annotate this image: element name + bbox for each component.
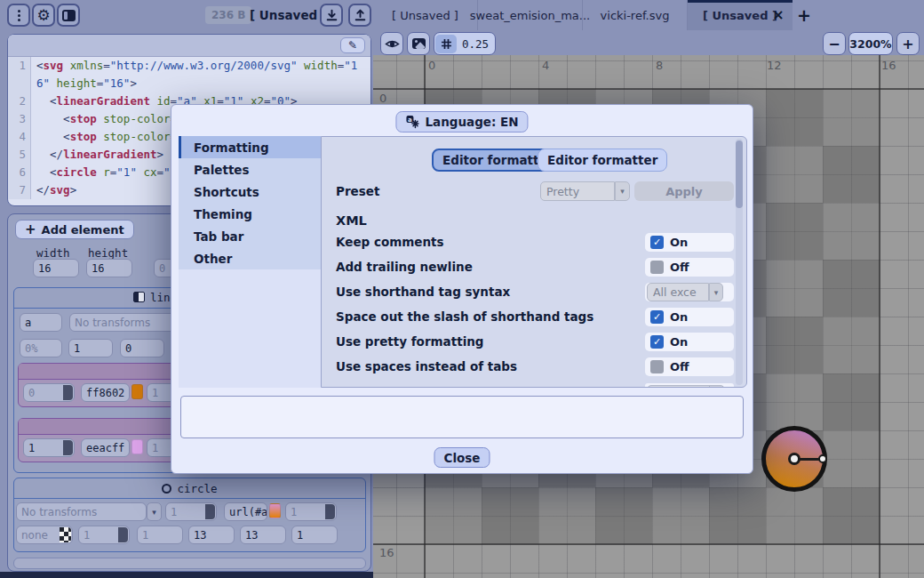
new-tab-button[interactable]: +	[793, 0, 816, 30]
settings-button[interactable]: ⚙	[32, 4, 55, 27]
chevron-down-icon[interactable]: ▾	[147, 502, 162, 521]
ruler-label-h12: 12	[767, 59, 782, 72]
tab-3[interactable]: [ Unsaved ]×	[688, 0, 793, 30]
tab-close-button[interactable]: ×	[770, 6, 786, 22]
stroke-none-swatch[interactable]	[60, 527, 71, 542]
toggle-state-label: On	[670, 236, 688, 249]
circle-cx-input[interactable]: 13	[188, 526, 235, 544]
line-number: 4	[8, 128, 31, 146]
file-status-label: [ Unsaved ]	[250, 8, 327, 22]
setting-label: Keep comments	[336, 233, 444, 252]
gradient-id-input[interactable]: a	[20, 313, 62, 332]
xml-section-heading: XML	[336, 212, 367, 230]
dialog-scrollbar-thumb[interactable]	[736, 140, 743, 208]
circle-dash-input[interactable]: 1	[137, 526, 183, 544]
grid-size-input[interactable]: 0.25	[457, 37, 489, 51]
chevron-down-icon[interactable]: ▾	[615, 181, 630, 201]
upload-button[interactable]	[348, 4, 371, 27]
ruler-label-h8: 8	[656, 59, 663, 72]
circle-center-handle[interactable]	[788, 453, 801, 465]
circle-radius-handle[interactable]	[818, 454, 827, 463]
language-button[interactable]: a Language: EN	[395, 111, 528, 132]
toggle-off[interactable]: Off	[645, 258, 734, 277]
sidebar-item-other[interactable]: Other	[179, 247, 321, 269]
toggle-state-label: On	[670, 310, 688, 324]
stop2-color-input[interactable]: eeacff	[81, 438, 130, 457]
height-input[interactable]: 16	[86, 259, 132, 277]
gradient-offset-input[interactable]: 0%	[20, 339, 62, 357]
circle-header[interactable]: circle	[14, 478, 365, 499]
checkbox-icon[interactable]: ✓	[650, 236, 664, 249]
alpha-tab[interactable]	[63, 385, 73, 400]
download-button[interactable]	[320, 4, 343, 27]
stop2-offset-input[interactable]: 1	[23, 438, 75, 457]
checkbox-icon[interactable]: ✓	[650, 335, 664, 349]
line-number: 2	[8, 92, 31, 110]
artboard-bottom-edge	[373, 543, 924, 545]
checkbox-icon[interactable]: ✓	[650, 310, 664, 324]
code-line[interactable]: 1<svg xmlns="http://www.w3.org/2000/svg"…	[8, 57, 370, 92]
chevron-down-icon[interactable]: ▾	[709, 283, 723, 301]
circle-r-input[interactable]: 1	[291, 526, 338, 544]
edit-code-button[interactable]: ✎	[340, 37, 365, 53]
grid-settings-group: 0.25	[434, 32, 496, 55]
upload-icon	[354, 9, 367, 22]
stop1-offset-input[interactable]: 0	[23, 383, 75, 402]
checkbox-icon[interactable]	[650, 261, 664, 274]
checkbox-icon[interactable]	[650, 360, 664, 373]
sidebar-item-tab-bar[interactable]: Tab bar	[179, 225, 321, 247]
toggle-preview-button[interactable]	[380, 32, 403, 55]
preset-select[interactable]: Pretty	[540, 181, 615, 201]
zoom-out-button[interactable]: −	[823, 32, 846, 55]
circle-stroke-width-input[interactable]: 1	[78, 526, 130, 544]
toggle-state-label: Off	[670, 360, 689, 373]
alpha-tab[interactable]	[325, 504, 335, 519]
setting-select[interactable]: All exce	[647, 283, 709, 301]
width-input[interactable]: 16	[33, 259, 79, 277]
alpha-tab[interactable]	[205, 504, 215, 519]
toggle-on[interactable]: ✓On	[645, 333, 734, 351]
toggle-off[interactable]: Off	[645, 357, 734, 376]
tab-bar: [ Unsaved ]sweat_emision_ma...vicki-ref.…	[373, 0, 924, 30]
tab-1[interactable]: sweat_emision_ma...	[478, 0, 583, 30]
formatter-tab-unselected[interactable]: Editor formatter	[538, 149, 667, 172]
menu-kebab-button[interactable]	[7, 4, 30, 27]
circle-opacity-input[interactable]: 1	[165, 502, 217, 521]
gradient-x1-input[interactable]: 1	[68, 339, 113, 357]
circle-cy-input[interactable]: 13	[240, 526, 286, 544]
circle-transforms-select[interactable]: No transforms	[16, 502, 147, 521]
sidebar-item-formatting[interactable]: Formatting	[179, 136, 321, 158]
tab-2[interactable]: vicki-ref.svg	[583, 0, 688, 30]
stop1-color-swatch[interactable]	[131, 384, 143, 399]
alpha-tab[interactable]	[63, 440, 73, 455]
toggle-on[interactable]: ✓On	[645, 308, 734, 326]
ruler-label-h4: 4	[542, 59, 549, 72]
circle-fill-opacity-input[interactable]: 1	[285, 502, 337, 521]
tab-0[interactable]: [ Unsaved ]	[373, 0, 478, 30]
alpha-tab[interactable]	[118, 527, 128, 542]
setting-label: Add trailing newline	[336, 258, 473, 277]
toggle-on[interactable]: ✓On	[645, 233, 734, 252]
pencil-icon: ✎	[348, 39, 357, 52]
apply-button[interactable]: Apply	[634, 181, 734, 201]
circle-stroke-input[interactable]: none	[16, 526, 73, 544]
circle-fill-input[interactable]: url(#a	[224, 502, 267, 521]
bottom-edge-strip	[0, 572, 373, 578]
sidebar-item-theming[interactable]: Theming	[179, 203, 321, 225]
add-element-button[interactable]: + Add element	[15, 220, 134, 239]
fill-gradient-swatch[interactable]	[269, 503, 281, 518]
layout-panels-button[interactable]	[57, 4, 80, 27]
sidebar-item-palettes[interactable]: Palettes	[179, 158, 321, 181]
background-image-button[interactable]	[407, 32, 430, 55]
stop1-color-input[interactable]: ff8602	[81, 383, 130, 402]
stop2-color-swatch[interactable]	[131, 439, 143, 454]
tab-label: [ Unsaved ]	[703, 9, 777, 22]
grid-toggle-button[interactable]	[435, 35, 457, 53]
zoom-level[interactable]: 3200%	[848, 32, 893, 55]
line-number: 7	[8, 181, 31, 199]
sidebar-item-shortcuts[interactable]: Shortcuts	[179, 181, 321, 203]
zoom-in-button[interactable]: +	[896, 32, 920, 55]
line-number: 5	[8, 146, 31, 164]
close-dialog-button[interactable]: Close	[434, 447, 490, 468]
gradient-x2-input[interactable]: 0	[120, 339, 164, 357]
